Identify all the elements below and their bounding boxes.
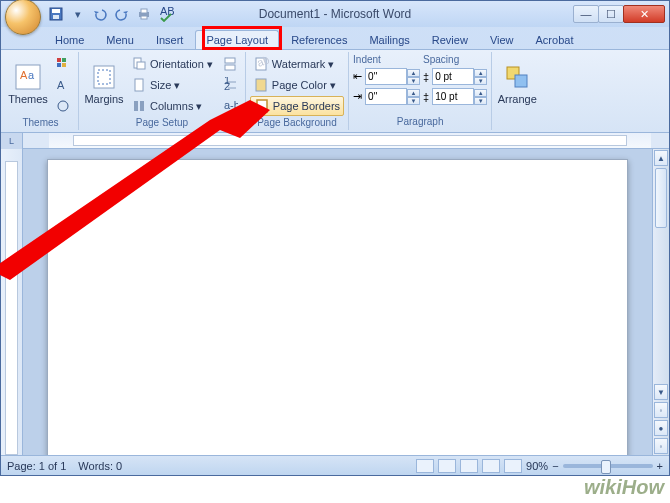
svg-point-15 [58, 101, 68, 111]
svg-rect-10 [57, 58, 61, 62]
scroll-thumb[interactable] [655, 168, 667, 228]
vertical-scrollbar: ▲ ▼ ◦ ● ◦ [652, 149, 669, 455]
scroll-up-button[interactable]: ▲ [654, 150, 668, 166]
arrange-button[interactable]: Arrange [496, 54, 538, 114]
spin-down[interactable]: ▼ [407, 97, 420, 105]
group-themes-label: Themes [7, 116, 74, 129]
tab-insert[interactable]: Insert [146, 31, 194, 49]
tab-home[interactable]: Home [45, 31, 94, 49]
browse-object-button[interactable]: ● [654, 420, 668, 436]
columns-button[interactable]: Columns ▾ [128, 96, 216, 116]
view-outline[interactable] [482, 459, 500, 473]
view-draft[interactable] [504, 459, 522, 473]
status-page[interactable]: Page: 1 of 1 [7, 460, 66, 472]
view-full-screen[interactable] [438, 459, 456, 473]
margins-label: Margins [84, 93, 123, 105]
page-borders-button[interactable]: Page Borders [250, 96, 344, 116]
hyphenation-button[interactable]: a-b [219, 96, 241, 116]
save-icon[interactable] [47, 5, 65, 23]
indent-sublabel: Indent [353, 54, 420, 65]
spin-up[interactable]: ▲ [407, 69, 420, 77]
svg-text:ABC: ABC [160, 6, 174, 17]
indent-right-input[interactable] [365, 88, 407, 105]
titlebar: ▾ ABC Document1 - Microsoft Word — ☐ ✕ [1, 1, 669, 27]
indent-left-input[interactable] [365, 68, 407, 85]
size-button[interactable]: Size ▾ [128, 75, 216, 95]
svg-rect-35 [515, 75, 527, 87]
page-borders-label: Page Borders [273, 100, 340, 112]
line-numbers-button[interactable]: 12 [219, 75, 241, 95]
theme-fonts-button[interactable]: A [52, 75, 74, 95]
indent-left-icon: ⇤ [353, 70, 362, 83]
document-area: ▲ ▼ ◦ ● ◦ [1, 149, 669, 455]
document-page[interactable] [47, 159, 628, 455]
spin-up[interactable]: ▲ [474, 89, 487, 97]
spacing-after-input[interactable] [432, 88, 474, 105]
qat-dropdown-icon[interactable]: ▾ [69, 5, 87, 23]
page-viewport [23, 149, 652, 455]
svg-rect-22 [140, 101, 144, 111]
indent-right-icon: ⇥ [353, 90, 362, 103]
svg-text:a-b: a-b [224, 99, 238, 111]
svg-rect-2 [53, 15, 59, 19]
tab-mailings[interactable]: Mailings [359, 31, 419, 49]
svg-rect-33 [257, 100, 267, 112]
spin-down[interactable]: ▼ [474, 77, 487, 85]
status-words[interactable]: Words: 0 [78, 460, 122, 472]
zoom-slider[interactable] [563, 464, 653, 468]
maximize-button[interactable]: ☐ [598, 5, 624, 23]
svg-rect-21 [134, 101, 138, 111]
view-print-layout[interactable] [416, 459, 434, 473]
office-button[interactable] [5, 0, 41, 35]
spin-up[interactable]: ▲ [474, 69, 487, 77]
margins-button[interactable]: Margins [83, 54, 125, 114]
spacing-before-input[interactable] [432, 68, 474, 85]
svg-rect-20 [135, 79, 143, 91]
tab-page-layout[interactable]: Page Layout [195, 30, 279, 49]
undo-icon[interactable] [91, 5, 109, 23]
zoom-in-button[interactable]: + [657, 460, 663, 472]
theme-colors-button[interactable] [52, 54, 74, 74]
columns-label: Columns [150, 100, 193, 112]
ruler-corner[interactable]: L [1, 133, 23, 149]
minimize-button[interactable]: — [573, 5, 599, 23]
ruler-h-strip[interactable] [49, 133, 651, 148]
group-arrange: Arrange [492, 52, 542, 130]
redo-icon[interactable] [113, 5, 131, 23]
spelling-icon[interactable]: ABC [157, 5, 175, 23]
tab-references[interactable]: References [281, 31, 357, 49]
theme-effects-button[interactable] [52, 96, 74, 116]
view-web-layout[interactable] [460, 459, 478, 473]
ruler-horizontal: L [1, 133, 669, 149]
group-paragraph-label: Paragraph [353, 115, 487, 128]
prev-page-button[interactable]: ◦ [654, 402, 668, 418]
arrange-icon [503, 63, 531, 91]
themes-button[interactable]: Aa Themes [7, 54, 49, 114]
scroll-down-button[interactable]: ▼ [654, 384, 668, 400]
svg-rect-4 [141, 9, 147, 13]
zoom-out-button[interactable]: − [552, 460, 558, 472]
tab-review[interactable]: Review [422, 31, 478, 49]
themes-icon: Aa [14, 63, 42, 91]
page-color-button[interactable]: Page Color ▾ [250, 75, 344, 95]
zoom-percent[interactable]: 90% [526, 460, 548, 472]
svg-rect-1 [52, 9, 60, 13]
spin-down[interactable]: ▼ [474, 97, 487, 105]
group-paragraph: Indent ⇤▲▼ ⇥▲▼ Spacing ‡▲▼ ‡▲▼ Paragraph [349, 52, 492, 130]
print-icon[interactable] [135, 5, 153, 23]
group-arrange-label [496, 126, 538, 128]
spin-up[interactable]: ▲ [407, 89, 420, 97]
group-page-background-label: Page Background [250, 116, 344, 129]
close-button[interactable]: ✕ [623, 5, 665, 23]
tab-acrobat[interactable]: Acrobat [526, 31, 584, 49]
tab-menu[interactable]: Menu [96, 31, 144, 49]
spin-down[interactable]: ▼ [407, 77, 420, 85]
svg-rect-16 [94, 66, 114, 88]
next-page-button[interactable]: ◦ [654, 438, 668, 454]
orientation-button[interactable]: Orientation ▾ [128, 54, 216, 74]
watermark-button[interactable]: abcWatermark ▾ [250, 54, 344, 74]
svg-rect-11 [62, 58, 66, 62]
tab-view[interactable]: View [480, 31, 524, 49]
ruler-vertical[interactable] [1, 149, 23, 455]
breaks-button[interactable] [219, 54, 241, 74]
